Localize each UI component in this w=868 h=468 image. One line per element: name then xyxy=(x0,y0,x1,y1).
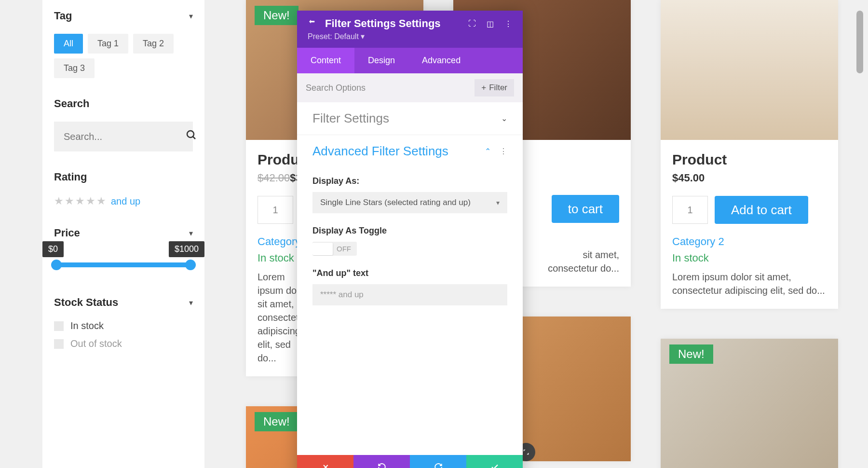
stock-option-instock[interactable]: In stock xyxy=(54,320,193,331)
search-icon[interactable] xyxy=(186,129,197,144)
tag-title: Tag xyxy=(54,10,72,22)
modal-tabs: Content Design Advanced xyxy=(297,48,523,73)
checkbox-icon[interactable] xyxy=(54,339,64,349)
expand-icon[interactable]: ⛶ xyxy=(468,19,476,28)
tag-1[interactable]: Tag 1 xyxy=(88,34,128,54)
redo-button[interactable] xyxy=(410,455,466,468)
filter-sidebar: Tag ▾ All Tag 1 Tag 2 Tag 3 Search Ratin… xyxy=(42,0,204,468)
chevron-up-icon: ⌃ xyxy=(485,147,491,155)
undo-button[interactable] xyxy=(353,455,410,468)
chevron-down-icon[interactable]: ▾ xyxy=(189,229,193,238)
display-toggle[interactable]: OFF xyxy=(312,242,357,256)
modal-footer xyxy=(297,455,523,468)
price-title: Price xyxy=(54,227,80,239)
select-caret-icon: ▾ xyxy=(496,199,500,206)
filter-button[interactable]: + Filter xyxy=(475,79,514,96)
stock-section: Stock Status ▾ In stock Out of stock xyxy=(54,296,193,349)
slider-handle-max[interactable] xyxy=(185,260,196,270)
search-options-input[interactable]: Search Options xyxy=(306,83,366,93)
chevron-down-icon[interactable]: ▾ xyxy=(189,298,193,307)
rating-section: Rating ★★★★★ and up xyxy=(54,171,193,207)
category-link[interactable]: Category 2 xyxy=(672,235,827,248)
product-image[interactable] xyxy=(661,0,838,140)
tab-content[interactable]: Content xyxy=(297,48,354,73)
svg-line-1 xyxy=(193,137,195,139)
checkbox-icon[interactable] xyxy=(54,321,64,331)
add-to-cart-button[interactable]: to cart xyxy=(552,195,619,223)
preset-selector[interactable]: Preset: Default ▾ xyxy=(308,32,512,41)
add-to-cart-button[interactable]: Add to cart xyxy=(715,196,808,224)
product-title[interactable]: Product xyxy=(672,151,827,168)
quantity-input[interactable]: 1 xyxy=(258,196,293,224)
search-section: Search xyxy=(54,97,193,151)
cancel-button[interactable] xyxy=(297,455,353,468)
stock-status: In stock xyxy=(672,252,827,264)
product-card: Product $45.00 1 Add to cart Category 2 … xyxy=(661,0,838,309)
scrollbar[interactable] xyxy=(856,11,863,73)
tag-section: Tag ▾ All Tag 1 Tag 2 Tag 3 xyxy=(54,10,193,78)
tag-all[interactable]: All xyxy=(54,34,83,54)
quantity-input[interactable]: 1 xyxy=(672,196,708,224)
tag-3[interactable]: Tag 3 xyxy=(54,58,95,78)
filter-settings-modal: Filter Settings Settings ⛶ ◫ ⋮ Preset: D… xyxy=(297,11,523,468)
modal-header: Filter Settings Settings ⛶ ◫ ⋮ Preset: D… xyxy=(297,11,523,48)
stock-label: Out of stock xyxy=(70,338,122,349)
rating-title: Rating xyxy=(54,171,87,183)
product-description: Lorem ipsum dolor sit amet, consectetur … xyxy=(672,270,827,297)
plus-icon: + xyxy=(481,83,486,93)
search-input[interactable] xyxy=(64,131,186,142)
columns-icon[interactable]: ◫ xyxy=(487,19,494,28)
display-as-select[interactable]: Single Line Stars (selected rating and u… xyxy=(312,192,507,213)
svg-point-0 xyxy=(187,131,194,138)
tag-2[interactable]: Tag 2 xyxy=(133,34,174,54)
product-price: $45.00 xyxy=(672,172,705,184)
search-title: Search xyxy=(54,97,89,110)
rating-text: and up xyxy=(111,196,140,207)
filter-settings-section[interactable]: Filter Settings ⌄ xyxy=(297,102,523,135)
product-image[interactable]: New! xyxy=(661,339,838,468)
price-slider[interactable]: $0 $1000 xyxy=(54,262,193,267)
price-min-label: $0 xyxy=(42,241,64,257)
search-filter-row: Search Options + Filter xyxy=(297,73,523,102)
stock-label: In stock xyxy=(70,320,104,331)
new-badge: New! xyxy=(255,6,298,25)
stars-icon: ★★★★★ xyxy=(54,195,106,207)
new-badge: New! xyxy=(669,344,713,364)
tab-advanced[interactable]: Advanced xyxy=(408,48,474,73)
andup-label: "And up" text xyxy=(312,268,507,278)
display-as-label: Display As: xyxy=(312,176,507,186)
tab-design[interactable]: Design xyxy=(354,48,408,73)
display-toggle-label: Display As Toggle xyxy=(312,226,507,236)
andup-input[interactable]: ***** and up xyxy=(312,284,507,305)
rating-row[interactable]: ★★★★★ and up xyxy=(54,195,193,207)
back-icon[interactable] xyxy=(308,18,316,29)
more-icon[interactable]: ⋮ xyxy=(504,19,512,28)
slider-handle-min[interactable] xyxy=(51,260,62,270)
advanced-filter-settings-section[interactable]: Advanced Filter Settings ⌃ ⋮ xyxy=(297,135,523,167)
more-icon[interactable]: ⋮ xyxy=(500,147,507,155)
new-badge: New! xyxy=(255,412,298,431)
settings-body: Display As: Single Line Stars (selected … xyxy=(297,176,523,320)
toggle-switch[interactable] xyxy=(312,243,333,255)
price-section: Price ▾ $0 $1000 xyxy=(54,227,193,267)
search-box xyxy=(54,122,193,151)
stock-title: Stock Status xyxy=(54,296,118,309)
price-max-label: $1000 xyxy=(169,241,204,257)
chevron-down-icon: ⌄ xyxy=(501,114,507,123)
modal-title: Filter Settings Settings xyxy=(325,17,460,30)
price-old: $42.00 xyxy=(258,172,290,184)
chevron-down-icon[interactable]: ▾ xyxy=(189,12,193,21)
save-button[interactable] xyxy=(466,455,523,468)
stock-option-outofstock[interactable]: Out of stock xyxy=(54,338,193,349)
product-card: New! xyxy=(661,339,838,468)
